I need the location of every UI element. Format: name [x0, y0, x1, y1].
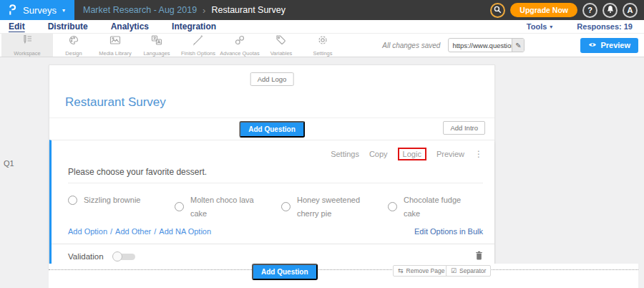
answer-option-label: Molten choco lava cake [190, 193, 262, 220]
radio-icon[interactable] [388, 202, 397, 211]
answer-option[interactable]: Sizzling brownie [68, 193, 175, 207]
toolbar-item-label: Advance Quotas [220, 50, 259, 57]
page-break-divider [49, 269, 638, 270]
answer-option[interactable]: Honey sweetened cherry pie [281, 193, 388, 220]
logo-row: Add Logo [49, 65, 494, 90]
validation-toggle[interactable] [112, 251, 137, 261]
delete-question-button[interactable] [475, 250, 483, 263]
save-status: All changes saved [382, 42, 440, 49]
preview-button[interactable]: Preview [580, 38, 638, 53]
toolbar-item-advance-quotas[interactable]: Advance Quotas [219, 34, 260, 57]
question-number: Q1 [4, 159, 14, 168]
product-menu[interactable]: Surveys ▾ [0, 0, 74, 20]
answer-option-label: Sizzling brownie [84, 193, 140, 207]
chain-icon [234, 34, 245, 49]
section-nav: Edit Distribute Analytics Integration To… [0, 20, 644, 34]
toolbar-item-label: Media Library [99, 50, 131, 57]
answer-option-label: Honey sweetened cherry pie [297, 193, 369, 220]
workspace-icon [21, 34, 33, 49]
upgrade-now-button[interactable]: Upgrade Now [510, 3, 577, 17]
toolbar-item-settings[interactable]: Settings [302, 34, 343, 57]
toolbar-right: All changes saved https://www.questionpr… [382, 34, 644, 57]
toolbar-item-workspace[interactable]: Workspace [1, 34, 53, 57]
subnav-right: Tools ▾ Responses: 19 [527, 22, 635, 31]
toolbar-item-design[interactable]: Design [53, 34, 94, 57]
nav-tab-integration[interactable]: Integration [172, 21, 216, 32]
bell-icon [606, 5, 615, 15]
top-bar: Surveys ▾ Market Research - Aug 2019 › R… [0, 0, 644, 20]
add-intro-button[interactable]: Add Intro [443, 121, 485, 135]
gear-icon [317, 34, 328, 49]
tools-menu[interactable]: Tools ▾ [527, 22, 553, 31]
search-button[interactable] [490, 3, 505, 18]
breadcrumb: Market Research - Aug 2019 › Restaurant … [83, 5, 286, 16]
add-question-button[interactable]: Add Question [239, 121, 305, 138]
nav-tab-analytics[interactable]: Analytics [111, 21, 149, 32]
question-preview-link[interactable]: Preview [436, 150, 464, 158]
add-option-link[interactable]: Add Option [68, 227, 107, 236]
topbar-actions: Upgrade Now ? A [490, 3, 644, 18]
account-avatar[interactable]: A [623, 3, 638, 18]
survey-title[interactable]: Restaurant Survey [65, 95, 494, 110]
option-links-row: Add Option / Add Other / Add NA Option E… [52, 220, 494, 236]
page-break-icon: ⇆ [398, 267, 404, 274]
add-other-link[interactable]: Add Other [115, 227, 151, 236]
link-separator: / [154, 227, 156, 236]
separator-label: Separator [459, 267, 486, 274]
product-menu-label: Surveys [23, 5, 57, 16]
nav-tab-distribute[interactable]: Distribute [48, 21, 88, 32]
edit-options-in-bulk-link[interactable]: Edit Options in Bulk [414, 227, 483, 236]
toolbar-item-label: Settings [313, 50, 332, 57]
intro-row: Add Question Add Intro [49, 118, 494, 140]
toolbar-item-label: Variables [270, 50, 293, 57]
answer-option-label: Chocolate fudge cake [404, 193, 475, 220]
edit-url-button[interactable]: ✎ [512, 39, 524, 52]
add-na-option-link[interactable]: Add NA Option [159, 227, 211, 236]
breadcrumb-folder[interactable]: Market Research - Aug 2019 [83, 5, 197, 15]
link-separator: / [110, 227, 112, 236]
separator-button[interactable]: ☑ Separator [446, 265, 491, 277]
toolbar-item-finish-options[interactable]: Finish Options [177, 34, 219, 57]
question-block: Settings Copy Logic Preview ⋮ Please cho… [49, 140, 494, 269]
question-settings-link[interactable]: Settings [331, 150, 359, 158]
radio-icon[interactable] [175, 202, 184, 211]
checkbox-checked-icon: ☑ [451, 267, 457, 274]
question-logic-link[interactable]: Logic [398, 148, 426, 160]
toolbar-item-variables[interactable]: Variables [260, 34, 302, 57]
toggle-knob [112, 251, 122, 261]
add-question-button-bottom[interactable]: Add Question [252, 264, 318, 280]
toolbar-item-label: Languages [143, 50, 170, 57]
breadcrumb-separator: › [203, 5, 205, 16]
radio-icon[interactable] [68, 196, 77, 205]
add-logo-button[interactable]: Add Logo [250, 72, 294, 86]
question-copy-link[interactable]: Copy [369, 150, 388, 158]
toolbar-item-media-library[interactable]: Media Library [94, 34, 136, 57]
survey-card: Add Logo Restaurant Survey Add Question … [49, 64, 495, 270]
answer-option[interactable]: Molten choco lava cake [175, 193, 281, 220]
palette-icon [68, 34, 79, 49]
nav-tab-edit[interactable]: Edit [9, 21, 25, 32]
answer-option[interactable]: Chocolate fudge cake [388, 193, 494, 220]
validation-label: Validation [68, 252, 104, 261]
notifications-button[interactable] [602, 3, 618, 18]
pen-icon [192, 34, 204, 49]
trash-icon [475, 250, 483, 263]
survey-url-field[interactable]: https://www.questionpro.com/t/APNrfZ [449, 39, 512, 52]
answer-options: Sizzling brownie Molten choco lava cake … [52, 183, 494, 220]
toolbar-item-languages[interactable]: Languages [136, 34, 177, 57]
question-text[interactable]: Please choose your favorite dessert. [68, 167, 483, 183]
responses-count[interactable]: Responses: 19 [577, 22, 633, 31]
help-button[interactable]: ? [582, 3, 597, 18]
toolbar-item-label: Finish Options [181, 50, 215, 57]
more-options-icon[interactable]: ⋮ [474, 149, 483, 159]
edit-toolbar: Workspace Design Media Library [0, 34, 644, 57]
add-option-links: Add Option / Add Other / Add NA Option [68, 227, 211, 236]
radio-icon[interactable] [281, 202, 291, 211]
chevron-down-icon: ▾ [62, 7, 65, 14]
page-break-section: Add Question ⇆ Remove Page Break ☑ Separ… [49, 264, 638, 288]
survey-url-group: https://www.questionpro.com/t/APNrfZ ✎ [448, 38, 525, 52]
toolbar-item-label: Design [65, 50, 82, 57]
toolbar-item-label: Workspace [14, 50, 40, 57]
breadcrumb-survey-name[interactable]: Restaurant Survey [211, 5, 286, 15]
image-icon [109, 34, 121, 49]
